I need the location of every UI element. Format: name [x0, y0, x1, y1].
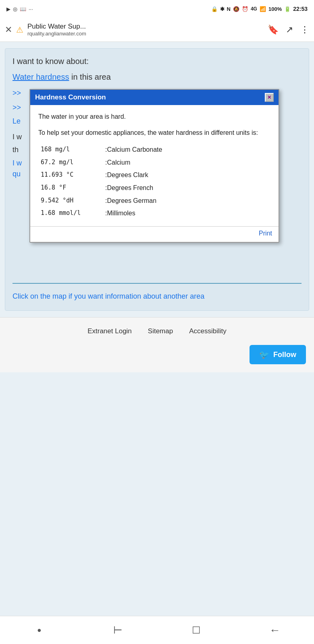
window-icon: ☐ [192, 625, 201, 636]
lock-icon: 🔒 [211, 6, 218, 12]
table-row: 11.693 °C :Degrees Clark [38, 169, 270, 182]
water-hardness-link[interactable]: Water hardness [12, 72, 69, 81]
home-dot-icon: • [37, 624, 41, 637]
more-icon: ··· [29, 6, 33, 12]
share-button[interactable]: ↗ [286, 25, 293, 35]
alarm-icon: ⏰ [242, 6, 248, 12]
water-hardness-line: Water hardness in this area [12, 72, 302, 82]
back-button[interactable]: ← [263, 621, 287, 639]
battery-icon: 🔋 [284, 6, 291, 12]
table-row: 1.68 mmol/l :Millimoles [38, 207, 270, 220]
value-cell: 9.542 °dH [38, 194, 103, 207]
hard-water-text: The water in your area is hard. [38, 111, 270, 122]
address-bar[interactable]: Public Water Sup... rquality.anglianwate… [27, 23, 264, 37]
page-title: Public Water Sup... [27, 23, 264, 31]
modal-body: The water in your area is hard. To help … [30, 105, 279, 226]
in-this-area-text: in this area [69, 72, 110, 81]
click-map-link[interactable]: Click on the map if you want information… [12, 292, 204, 300]
status-right-icons: 🔒 ✱ N 🔕 ⏰ 4G 📶 100% 🔋 22:53 [211, 6, 308, 12]
modal-close-button[interactable]: ✕ [265, 93, 274, 102]
value-cell: 16.8 °F [38, 182, 103, 194]
value-cell: 1.68 mmol/l [38, 207, 103, 220]
table-row: 9.542 °dH :Degrees German [38, 194, 270, 207]
unit-cell: :Degrees French [103, 182, 270, 194]
bottom-nav: • ⊢ ☐ ← [0, 616, 314, 644]
unit-cell: :Calcium Carbonate [103, 143, 270, 156]
click-map-section: Click on the map if you want information… [12, 283, 302, 303]
sitemap-link[interactable]: Sitemap [148, 327, 173, 335]
table-row: 168 mg/l :Calcium Carbonate [38, 143, 270, 156]
signal-icon: 📶 [260, 6, 266, 12]
youtube-icon: ▶ [6, 6, 10, 12]
table-row: 16.8 °F :Degrees French [38, 182, 270, 194]
table-row: 67.2 mg/l :Calcium [38, 156, 270, 169]
back-icon: ← [269, 624, 281, 637]
unit-cell: :Degrees German [103, 194, 270, 207]
browser-actions: 🔖 ↗ ⋮ [268, 25, 309, 35]
nfc-icon: N [227, 6, 231, 12]
value-cell: 67.2 mg/l [38, 156, 103, 169]
know-about-heading: I want to know about: [12, 57, 302, 66]
bookmark-button[interactable]: 🔖 [268, 25, 279, 35]
antivirus-icon: ◎ [13, 6, 17, 12]
home-dot-button[interactable]: • [27, 621, 51, 639]
bible-icon: 📖 [20, 6, 26, 12]
hardness-conversion-dialog: Hardness Conversion ✕ The water in your … [29, 89, 279, 243]
window-button[interactable]: ☐ [184, 621, 208, 639]
value-cell: 11.693 °C [38, 169, 103, 182]
page-content: I want to know about: Water hardness in … [0, 42, 314, 616]
modal-footer: Print [30, 226, 279, 242]
help-set-text: To help set your domestic appliances, th… [38, 128, 270, 138]
tabs-button[interactable]: ⊢ [106, 621, 130, 639]
extranet-login-link[interactable]: Extranet Login [87, 327, 132, 335]
warning-icon: ⚠ [16, 25, 23, 35]
modal-header: Hardness Conversion ✕ [30, 90, 279, 105]
status-bar: ▶ ◎ 📖 ··· 🔒 ✱ N 🔕 ⏰ 4G 📶 100% 🔋 22:53 [0, 0, 314, 18]
bluetooth-icon: ✱ [220, 6, 225, 12]
footer: Extranet Login Sitemap Accessibility 🐦 F… [0, 317, 314, 372]
close-tab-button[interactable]: ✕ [5, 25, 12, 35]
menu-button[interactable]: ⋮ [300, 25, 309, 35]
mute-icon: 🔕 [233, 6, 239, 12]
close-x-icon: ✕ [267, 95, 271, 100]
hardness-table: 168 mg/l :Calcium Carbonate 67.2 mg/l :C… [38, 143, 270, 220]
unit-cell: :Calcium [103, 156, 270, 169]
modal-title: Hardness Conversion [35, 93, 106, 101]
unit-cell: :Degrees Clark [103, 169, 270, 182]
print-button[interactable]: Print [259, 230, 272, 237]
clock: 22:53 [293, 6, 308, 12]
browser-bar: ✕ ⚠ Public Water Sup... rquality.anglian… [0, 18, 314, 42]
network-4g-icon: 4G [251, 6, 257, 12]
battery-percent: 100% [268, 6, 282, 12]
twitter-follow-button[interactable]: 🐦 Follow [250, 345, 306, 364]
modal-overlay: Hardness Conversion ✕ The water in your … [29, 89, 279, 243]
quality-link-partial: qu [12, 170, 21, 178]
follow-label: Follow [273, 351, 296, 359]
twitter-bird-icon: 🐦 [259, 350, 269, 359]
value-cell: 168 mg/l [38, 143, 103, 156]
tabs-icon: ⊢ [113, 624, 123, 636]
learn-more-partial: Le [12, 117, 21, 125]
page-url: rquality.anglianwater.com [27, 31, 264, 37]
footer-links: Extranet Login Sitemap Accessibility [8, 327, 306, 335]
accessibility-link[interactable]: Accessibility [189, 327, 227, 335]
unit-cell: :Millimoles [103, 207, 270, 220]
status-left-icons: ▶ ◎ 📖 ··· [6, 6, 33, 12]
question-link-partial: I w [12, 159, 22, 167]
footer-twitter: 🐦 Follow [8, 345, 306, 364]
content-card: I want to know about: Water hardness in … [5, 48, 309, 311]
